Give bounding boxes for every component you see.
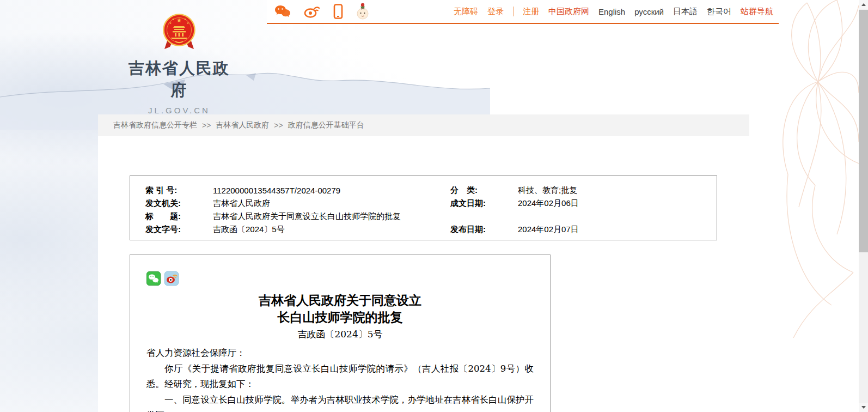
link-divider bbox=[513, 7, 514, 16]
document-salutation: 省人力资源社会保障厅： bbox=[146, 346, 534, 361]
meta-agency-label: 发文机关: bbox=[145, 198, 213, 209]
document-body: 省人力资源社会保障厅： 你厅《关于提请省政府批复同意设立长白山技师学院的请示》（… bbox=[146, 346, 534, 412]
meta-index-value: 11220000013544357T/2024-00279 bbox=[213, 186, 450, 195]
meta-index-label: 索 引 号: bbox=[145, 185, 213, 196]
mobile-icon[interactable] bbox=[333, 4, 343, 19]
scrollbar-thumb[interactable] bbox=[859, 10, 868, 252]
share-icon-row bbox=[146, 271, 534, 286]
svg-text:★: ★ bbox=[176, 17, 182, 23]
meta-category-label: 分 类: bbox=[450, 185, 518, 196]
document-title: 吉林省人民政府关于同意设立 长白山技师学院的批复 bbox=[146, 292, 534, 325]
weibo-share-icon[interactable] bbox=[164, 271, 179, 286]
breadcrumb-item-provincial-gov[interactable]: 吉林省人民政府 bbox=[216, 120, 269, 130]
svg-text:★: ★ bbox=[184, 17, 187, 21]
document-content-box: 吉林省人民政府关于同意设立 长白山技师学院的批复 吉政函〔2024〕5号 省人力… bbox=[130, 255, 551, 412]
site-domain: JL.GOV.CN bbox=[122, 106, 236, 115]
scrollbar[interactable] bbox=[859, 0, 868, 412]
wechat-share-icon[interactable] bbox=[146, 271, 161, 286]
site-logo[interactable]: ★ ★ ★ ★ ★ 吉林省人民政府 JL.GOV.CN bbox=[122, 13, 236, 115]
meta-title-value: 吉林省人民政府关于同意设立长白山技师学院的批复 bbox=[213, 211, 717, 222]
russian-link[interactable]: русский bbox=[634, 7, 664, 16]
meta-publish-date-value: 2024年02月07日 bbox=[518, 225, 717, 235]
meta-doc-no-label: 发文字号: bbox=[145, 225, 213, 235]
breadcrumb-separator: >> bbox=[202, 121, 211, 130]
site-name: 吉林省人民政府 bbox=[122, 58, 236, 101]
document-number: 吉政函〔2024〕5号 bbox=[146, 328, 534, 341]
svg-text:★: ★ bbox=[169, 21, 172, 25]
meta-category-value: 科技、教育;批复 bbox=[518, 185, 717, 196]
wechat-icon[interactable] bbox=[274, 4, 291, 19]
english-link[interactable]: English bbox=[598, 7, 625, 16]
breadcrumb-item-platform[interactable]: 政府信息公开基础平台 bbox=[288, 120, 364, 130]
document-title-line1: 吉林省人民政府关于同意设立 bbox=[146, 292, 534, 308]
meta-publish-date-label: 发布日期: bbox=[450, 225, 518, 235]
meta-written-date-label: 成文日期: bbox=[450, 198, 518, 209]
login-link[interactable]: 登录 bbox=[487, 7, 504, 17]
top-bar: 无障碍 登录 注册 中国政府网 English русский 日本語 한국어 … bbox=[267, 0, 779, 24]
japanese-link[interactable]: 日本語 bbox=[673, 7, 698, 17]
topbar-icon-group bbox=[274, 3, 369, 20]
breadcrumb: 吉林省政府信息公开专栏 >> 吉林省人民政府 >> 政府信息公开基础平台 bbox=[98, 114, 749, 136]
mascot-icon[interactable] bbox=[356, 3, 369, 20]
main-panel: 吉林省政府信息公开专栏 >> 吉林省人民政府 >> 政府信息公开基础平台 索 引… bbox=[98, 114, 749, 412]
document-metadata-box: 索 引 号: 11220000013544357T/2024-00279 分 类… bbox=[130, 175, 717, 240]
gov-cn-link[interactable]: 中国政府网 bbox=[548, 7, 589, 17]
svg-text:★: ★ bbox=[172, 17, 175, 21]
weibo-icon[interactable] bbox=[304, 4, 320, 19]
document-paragraph: 一、同意设立长白山技师学院。举办者为吉林职业技术学院，办学地址在吉林省长白山保护… bbox=[146, 392, 534, 412]
national-emblem-icon: ★ ★ ★ ★ ★ bbox=[162, 13, 196, 52]
scrollbar-up-arrow[interactable] bbox=[859, 0, 868, 9]
meta-agency-value: 吉林省人民政府 bbox=[213, 198, 450, 209]
flower-pattern bbox=[777, 0, 859, 338]
document-paragraph: 你厅《关于提请省政府批复同意设立长白山技师学院的请示》（吉人社报〔2024〕9号… bbox=[146, 361, 534, 392]
scrollbar-down-arrow[interactable] bbox=[859, 403, 868, 412]
svg-text:★: ★ bbox=[187, 21, 190, 25]
meta-title-label: 标 题: bbox=[145, 211, 213, 222]
topbar-link-group: 无障碍 登录 注册 中国政府网 English русский 日本語 한국어 … bbox=[454, 7, 779, 17]
page-root: 无障碍 登录 注册 中国政府网 English русский 日本語 한국어 … bbox=[0, 0, 868, 412]
document-title-line2: 长白山技师学院的批复 bbox=[146, 308, 534, 325]
meta-written-date-value: 2024年02月06日 bbox=[518, 198, 717, 209]
accessibility-link[interactable]: 无障碍 bbox=[454, 7, 478, 17]
korean-link[interactable]: 한국어 bbox=[707, 7, 731, 17]
breadcrumb-separator: >> bbox=[274, 121, 283, 130]
meta-doc-no-value: 吉政函〔2024〕5号 bbox=[213, 225, 450, 235]
breadcrumb-item-info-disclosure[interactable]: 吉林省政府信息公开专栏 bbox=[113, 120, 197, 130]
site-nav-link[interactable]: 站群导航 bbox=[741, 7, 773, 17]
register-link[interactable]: 注册 bbox=[523, 7, 539, 17]
